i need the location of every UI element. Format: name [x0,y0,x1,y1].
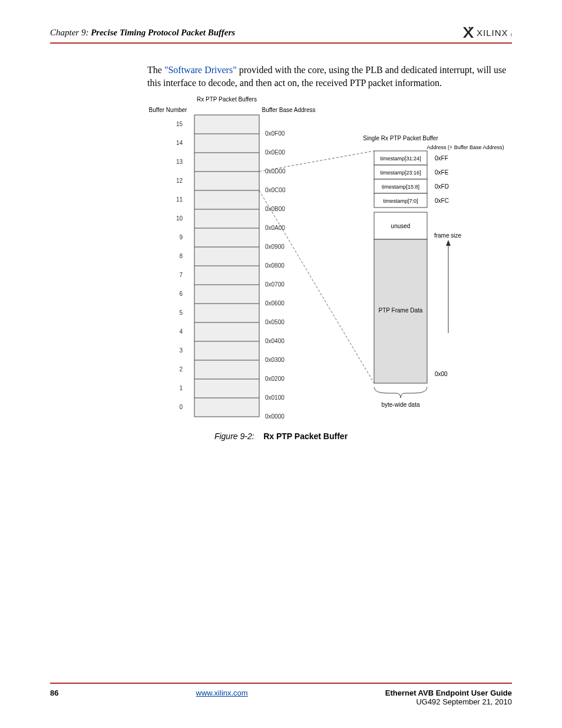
bufnum-7: 7 [179,272,183,278]
bufnum-4: 4 [179,328,183,335]
bufnum-6: 6 [179,291,183,297]
addr-0f00: 0x0F00 [265,130,285,137]
bufnum-13: 13 [176,159,183,165]
addr-0400: 0x0400 [265,338,285,344]
addr-0d00: 0x0D00 [265,168,286,174]
ts-addr-fe: 0xFE [435,169,449,176]
addr-0x00: 0x00 [435,371,448,377]
ts-15-8: timestamp[15:8] [382,184,419,190]
doc-name: Ethernet AVB Endpoint User Guide [385,689,512,697]
fig-top-title: Rx PTP Packet Buffers [197,96,257,103]
addr-0600: 0x0600 [265,300,285,307]
addr-0a00: 0x0A00 [265,225,285,231]
addr-0100: 0x0100 [265,394,285,401]
svg-text:®: ® [510,32,512,38]
ts-7-0: timestamp[7:0] [383,198,418,204]
doc-rev: UG492 September 21, 2010 [50,697,512,706]
addr-0e00: 0x0E00 [265,149,285,156]
svg-text:XILINX: XILINX [477,28,508,38]
bufnum-11: 11 [176,196,183,203]
bufnum-5: 5 [179,309,183,316]
ts-addr-fd: 0xFD [435,183,449,190]
footer-url-link[interactable]: www.xilinx.com [196,689,248,697]
buffer-number-label: Buffer Number [149,107,188,113]
page-footer: 86 www.xilinx.com Ethernet AVB Endpoint … [50,683,512,706]
bufnum-9: 9 [179,234,183,241]
buffer-base-label: Buffer Base Address [262,107,316,113]
body-prefix: The [147,65,164,75]
unused-label: unused [391,223,411,229]
figure-number: Figure 9-2: [214,431,254,441]
bufnum-0: 0 [179,404,183,410]
chapter-heading: Chapter 9: Precise Timing Protocol Packe… [50,28,235,38]
svg-point-0 [469,27,471,29]
bufnum-1: 1 [179,385,183,391]
addr-offset-label: Address (+ Buffer Base Address) [427,144,504,150]
addr-0900: 0x0900 [265,243,285,250]
body-paragraph: The "Software Drivers" provided with the… [147,64,507,90]
frame-size-label: frame size [434,232,462,239]
bufnum-2: 2 [179,366,183,373]
figure-caption: Figure 9-2: Rx PTP Packet Buffer [0,431,562,441]
chapter-prefix: Chapter 9: [50,28,88,37]
bufnum-10: 10 [176,215,183,222]
addr-0800: 0x0800 [265,262,285,269]
bufnum-12: 12 [176,177,183,184]
ptp-frame-data-label: PTP Frame Data [379,307,423,314]
bufnum-8: 8 [179,253,183,259]
svg-point-1 [472,27,474,29]
addr-0000: 0x0000 [265,413,285,420]
page-header: Chapter 9: Precise Timing Protocol Packe… [50,26,512,44]
figure-title: Rx PTP Packet Buffer [263,431,348,441]
addr-0200: 0x0200 [265,375,285,382]
bufnum-3: 3 [179,347,183,354]
software-drivers-link[interactable]: "Software Drivers" [164,65,237,75]
addr-0500: 0x0500 [265,319,285,325]
ts-23-16: timestamp[23:16] [380,170,421,176]
addr-0b00: 0x0B00 [265,206,285,212]
svg-marker-29 [446,240,451,246]
addr-0300: 0x0300 [265,357,285,363]
byte-wide-label: byte-wide data [381,401,419,408]
chapter-title: Precise Timing Protocol Packet Buffers [91,28,235,37]
figure-9-2: Rx PTP Packet Buffers Buffer Number Buff… [141,94,507,424]
ts-31-24: timestamp[31:24] [380,156,421,162]
bufnum-15: 15 [176,121,183,127]
xilinx-logo: XILINX ® [462,26,512,39]
ts-addr-ff: 0xFF [435,155,448,162]
addr-0700: 0x0700 [265,281,285,288]
single-buffer-title: Single Rx PTP Packet Buffer [363,135,438,141]
ts-addr-fc: 0xFC [435,197,449,204]
bufnum-14: 14 [176,140,183,146]
page-number: 86 [50,689,58,697]
addr-0c00: 0x0C00 [265,187,286,193]
